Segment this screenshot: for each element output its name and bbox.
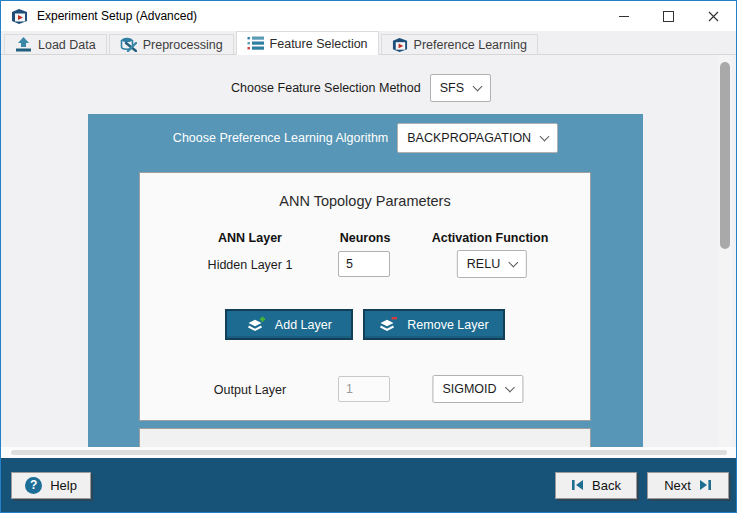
- next-parameters-panel: [139, 428, 591, 447]
- layer-buttons-row: Add Layer Remove Layer: [140, 309, 590, 340]
- add-layer-label: Add Layer: [275, 318, 332, 332]
- tab-feature-selection[interactable]: Feature Selection: [236, 31, 379, 55]
- next-icon: [699, 479, 712, 491]
- title-bar: Experiment Setup (Advanced): [1, 1, 736, 31]
- hidden-layer-activation-value: RELU: [467, 257, 500, 271]
- hidden-layer-neurons-input[interactable]: [338, 251, 390, 277]
- tab-bar: Load Data Preprocessing Feature Selectio…: [1, 31, 736, 55]
- cube-icon: [392, 37, 408, 53]
- add-layer-button[interactable]: Add Layer: [225, 309, 353, 340]
- chevron-down-icon: [509, 257, 519, 267]
- output-layer-activation-value: SIGMOID: [442, 382, 496, 396]
- window-title: Experiment Setup (Advanced): [37, 9, 197, 23]
- column-header-ann-layer: ANN Layer: [218, 231, 282, 245]
- column-header-neurons: Neurons: [340, 231, 391, 245]
- feature-method-select[interactable]: SFS: [430, 74, 491, 102]
- feature-method-label: Choose Feature Selection Method: [231, 81, 421, 95]
- remove-layer-button[interactable]: Remove Layer: [363, 309, 504, 340]
- tab-label: Load Data: [38, 38, 96, 52]
- chevron-down-icon: [505, 382, 515, 392]
- maximize-button[interactable]: [646, 1, 691, 31]
- window-controls: [601, 1, 736, 31]
- vertical-scrollbar-thumb[interactable]: [720, 62, 730, 249]
- close-icon: [708, 11, 719, 22]
- remove-layer-icon: [379, 316, 398, 333]
- output-layer-activation-select[interactable]: SIGMOID: [432, 375, 523, 403]
- help-label: Help: [50, 478, 77, 493]
- close-button[interactable]: [691, 1, 736, 31]
- minimize-button[interactable]: [601, 1, 646, 31]
- back-label: Back: [592, 478, 621, 493]
- tab-preference-learning[interactable]: Preference Learning: [381, 34, 538, 54]
- horizontal-scrollbar-thumb[interactable]: [11, 450, 727, 455]
- minimize-icon: [619, 16, 629, 17]
- algorithm-select[interactable]: BACKPROPAGATION: [397, 123, 558, 153]
- feature-method-value: SFS: [440, 81, 464, 95]
- horizontal-scrollbar[interactable]: [1, 447, 737, 458]
- tab-label: Preprocessing: [143, 38, 223, 52]
- column-header-activation: Activation Function: [432, 231, 549, 245]
- feature-method-row: Choose Feature Selection Method SFS: [1, 74, 721, 102]
- chevron-down-icon: [473, 81, 483, 91]
- help-icon: ?: [25, 477, 42, 494]
- footer-bar: ? Help Back Next: [1, 458, 737, 512]
- next-label: Next: [664, 478, 691, 493]
- preference-learning-panel: Choose Preference Learning Algorithm BAC…: [88, 114, 643, 447]
- app-cube-icon: [11, 8, 28, 25]
- ann-panel-title: ANN Topology Parameters: [140, 193, 590, 209]
- maximize-icon: [663, 11, 674, 22]
- add-layer-icon: [247, 316, 266, 333]
- upload-icon: [15, 37, 32, 52]
- remove-layer-label: Remove Layer: [407, 318, 488, 332]
- next-button[interactable]: Next: [647, 472, 729, 499]
- list-icon: [247, 36, 264, 51]
- hidden-layer-label: Hidden Layer 1: [208, 258, 293, 272]
- tab-preprocessing[interactable]: Preprocessing: [109, 34, 234, 54]
- algorithm-row: Choose Preference Learning Algorithm BAC…: [88, 123, 643, 153]
- output-layer-neurons-input: [338, 376, 390, 402]
- algorithm-value: BACKPROPAGATION: [407, 131, 531, 145]
- chevron-down-icon: [540, 131, 550, 141]
- hidden-layer-activation-select[interactable]: RELU: [457, 250, 527, 278]
- back-button[interactable]: Back: [555, 472, 637, 499]
- tab-content-feature-selection: Choose Feature Selection Method SFS Choo…: [1, 55, 737, 447]
- vertical-scrollbar[interactable]: [718, 55, 732, 447]
- tab-label: Preference Learning: [414, 38, 527, 52]
- tab-load-data[interactable]: Load Data: [4, 34, 107, 54]
- algorithm-label: Choose Preference Learning Algorithm: [173, 131, 388, 145]
- output-layer-label: Output Layer: [214, 383, 286, 397]
- tab-label: Feature Selection: [270, 37, 368, 51]
- tools-icon: [120, 37, 137, 52]
- back-icon: [571, 479, 584, 491]
- help-button[interactable]: ? Help: [11, 472, 91, 499]
- experiment-setup-window: Experiment Setup (Advanced) Load Data: [0, 0, 737, 513]
- ann-topology-panel: ANN Topology Parameters ANN Layer Neuron…: [139, 172, 591, 421]
